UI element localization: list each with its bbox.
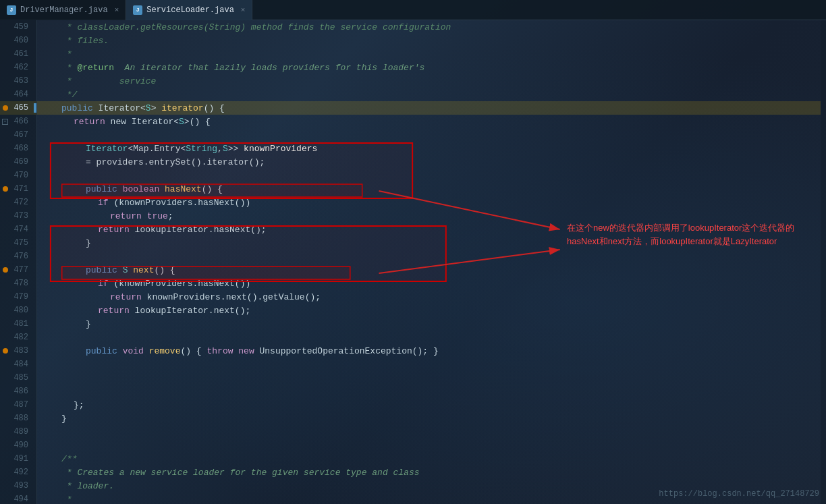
token-type: String bbox=[186, 144, 217, 154]
line-num-row: 469 bbox=[0, 155, 36, 169]
line-num-row: 481 bbox=[0, 317, 36, 331]
tab-icon-1: J bbox=[7, 5, 16, 15]
token-kw: return bbox=[110, 292, 142, 302]
fold-icon[interactable]: - bbox=[2, 119, 8, 125]
token-op: () { bbox=[180, 346, 206, 356]
code-line: return knownProviders.next().getValue(); bbox=[37, 290, 821, 304]
token-kw: return bbox=[110, 211, 142, 221]
line-number: 475 bbox=[10, 238, 32, 248]
line-number: 470 bbox=[10, 171, 32, 180]
token-kw2: public bbox=[86, 184, 117, 194]
line-num-row: 480 bbox=[0, 304, 36, 317]
line-number: 462 bbox=[10, 63, 32, 72]
code-line bbox=[37, 371, 821, 385]
token-comment: * files. bbox=[61, 36, 109, 46]
code-line: * bbox=[37, 47, 821, 61]
line-num-row: 459 bbox=[0, 20, 36, 34]
line-num-row: 460 bbox=[0, 34, 36, 47]
code-line: public boolean hasNext() { bbox=[37, 182, 821, 196]
token-italic-comment: An iterator that lazily loads providers … bbox=[114, 63, 424, 73]
token-op: knownProviders.next().getValue(); bbox=[142, 292, 321, 302]
code-line bbox=[37, 169, 821, 182]
token-op bbox=[159, 184, 165, 194]
token-op: <Map.Entry< bbox=[128, 144, 186, 154]
token-op bbox=[142, 211, 147, 221]
line-number: 464 bbox=[10, 90, 32, 99]
code-area: 459460461462463464465-466467468469470471… bbox=[0, 20, 826, 504]
line-num-row: 486 bbox=[0, 385, 36, 398]
code-line: } bbox=[37, 412, 821, 425]
token-op bbox=[117, 265, 123, 275]
code-line: * service bbox=[37, 74, 821, 88]
token-op bbox=[117, 346, 123, 356]
code-line: return true; bbox=[37, 209, 821, 223]
code-line: return new Iterator<S>() { bbox=[37, 115, 821, 128]
annotation-marker bbox=[3, 186, 8, 192]
line-number: 482 bbox=[10, 333, 32, 342]
line-num-row: 491 bbox=[0, 452, 36, 466]
line-num-row: 478 bbox=[0, 277, 36, 290]
line-num-row: 482 bbox=[0, 331, 36, 344]
tab-service-loader[interactable]: J ServiceLoader.java × bbox=[126, 0, 252, 20]
line-number: 491 bbox=[10, 454, 32, 464]
token-kw: return bbox=[98, 306, 130, 316]
token-fn: remove bbox=[149, 346, 181, 356]
line-num-row: 494 bbox=[0, 493, 36, 504]
main-code-area[interactable]: 在这个new的迭代器内部调用了lookupIterator这个迭代器的 hasN… bbox=[37, 20, 821, 504]
line-num-row: 467 bbox=[0, 128, 36, 142]
token-italic-comment: * Creates a new service loader for the g… bbox=[61, 468, 420, 478]
line-number: 488 bbox=[10, 414, 32, 423]
token-comment: */ bbox=[61, 90, 77, 100]
code-line: public void remove() { throw new Unsuppo… bbox=[37, 344, 821, 358]
gutter-cell bbox=[0, 267, 10, 273]
line-num-row: 474 bbox=[0, 223, 36, 236]
token-comment: * classLoader.getResources(String) metho… bbox=[61, 22, 451, 32]
token-op bbox=[117, 184, 123, 194]
token-op: >() { bbox=[184, 117, 211, 127]
tab-close-2[interactable]: × bbox=[241, 6, 246, 14]
scrollbar-track[interactable] bbox=[821, 20, 826, 504]
token-op: lookupIterator.next(); bbox=[130, 306, 250, 316]
line-number: 492 bbox=[10, 468, 32, 477]
line-number: 463 bbox=[10, 76, 32, 86]
code-lines: * classLoader.getResources(String) metho… bbox=[37, 20, 821, 504]
token-op: }; bbox=[74, 400, 84, 410]
token-comment: * bbox=[61, 495, 72, 505]
line-number: 471 bbox=[10, 184, 32, 194]
token-op: = providers.entrySet().iterator(); bbox=[86, 157, 265, 167]
line-number: 467 bbox=[10, 130, 32, 140]
tab-driver-manager[interactable]: J DriverManager.java × bbox=[0, 0, 126, 20]
line-num-row: 483 bbox=[0, 344, 36, 358]
code-line bbox=[37, 331, 821, 344]
tab-label-1: DriverManager.java bbox=[20, 5, 108, 15]
token-type: S bbox=[146, 103, 151, 113]
tab-bar: J DriverManager.java × J ServiceLoader.j… bbox=[0, 0, 826, 20]
token-op bbox=[128, 265, 133, 275]
bookmark-marker bbox=[34, 103, 36, 113]
token-op: (knownProviders.hasNext()) bbox=[109, 198, 251, 208]
line-number: 472 bbox=[10, 198, 32, 207]
token-var: knownProviders bbox=[244, 144, 317, 154]
token-kw: return bbox=[98, 225, 130, 235]
gutter-cell bbox=[0, 348, 10, 354]
line-number: 479 bbox=[10, 292, 32, 302]
token-type: S bbox=[179, 117, 184, 127]
token-kw: new bbox=[238, 346, 254, 356]
code-line: if (knownProviders.hasNext()) bbox=[37, 277, 821, 290]
line-number: 477 bbox=[10, 265, 32, 275]
token-kw: true bbox=[147, 211, 168, 221]
tab-close-1[interactable]: × bbox=[115, 6, 119, 14]
line-numbers-column: 459460461462463464465-466467468469470471… bbox=[0, 20, 37, 504]
token-op: () { bbox=[202, 184, 223, 194]
line-num-row: 489 bbox=[0, 425, 36, 439]
code-line: * files. bbox=[37, 34, 821, 47]
code-line: * @return An iterator that lazily loads … bbox=[37, 61, 821, 74]
token-op: (knownProviders.hasNext()) bbox=[109, 279, 251, 289]
line-num-row: 461 bbox=[0, 47, 36, 61]
tab-label-2: ServiceLoader.java bbox=[146, 5, 234, 15]
line-number: 473 bbox=[10, 211, 32, 221]
gutter-cell bbox=[0, 186, 10, 192]
token-kw: boolean bbox=[123, 184, 160, 194]
line-num-row: 468 bbox=[0, 142, 36, 155]
watermark: https://blog.csdn.net/qq_27148729 bbox=[659, 489, 819, 499]
